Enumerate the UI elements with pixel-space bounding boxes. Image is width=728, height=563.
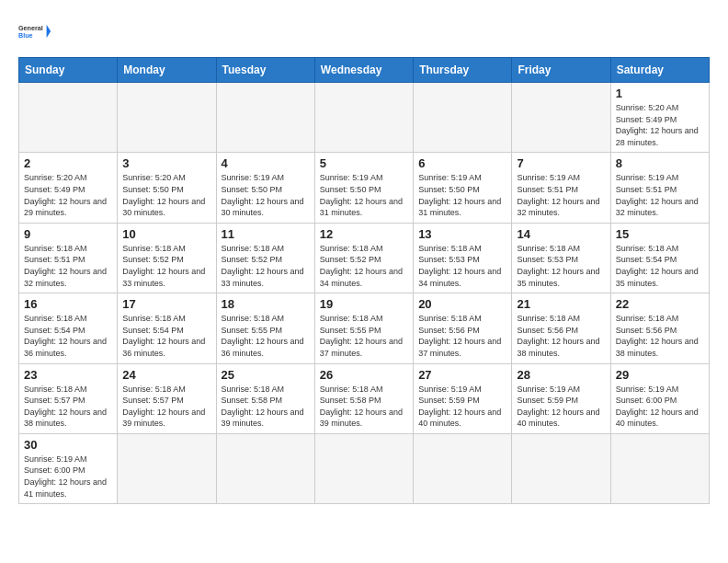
day-number: 8	[616, 156, 704, 170]
day-number: 18	[222, 297, 310, 311]
calendar-cell: 13Sunrise: 5:18 AMSunset: 5:53 PMDayligh…	[414, 223, 512, 293]
day-info: Sunrise: 5:18 AMSunset: 5:58 PMDaylight:…	[222, 384, 310, 430]
calendar-cell: 20Sunrise: 5:18 AMSunset: 5:56 PMDayligh…	[414, 293, 512, 363]
week-row-5: 23Sunrise: 5:18 AMSunset: 5:57 PMDayligh…	[19, 363, 710, 433]
day-info: Sunrise: 5:18 AMSunset: 5:54 PMDaylight:…	[24, 313, 112, 359]
week-row-4: 16Sunrise: 5:18 AMSunset: 5:54 PMDayligh…	[19, 293, 710, 363]
calendar-cell	[512, 433, 610, 503]
calendar-cell: 24Sunrise: 5:18 AMSunset: 5:57 PMDayligh…	[118, 363, 216, 433]
calendar-cell: 27Sunrise: 5:19 AMSunset: 5:59 PMDayligh…	[414, 363, 512, 433]
calendar-cell	[118, 433, 216, 503]
day-info: Sunrise: 5:19 AMSunset: 5:50 PMDaylight:…	[418, 172, 506, 218]
week-row-6: 30Sunrise: 5:19 AMSunset: 6:00 PMDayligh…	[19, 433, 710, 503]
calendar-cell	[216, 83, 314, 153]
day-number: 14	[517, 227, 605, 241]
day-info: Sunrise: 5:18 AMSunset: 5:56 PMDaylight:…	[517, 313, 605, 359]
day-number: 25	[222, 368, 310, 382]
calendar-cell: 1Sunrise: 5:20 AMSunset: 5:49 PMDaylight…	[610, 83, 709, 153]
day-number: 3	[122, 156, 210, 170]
day-number: 21	[517, 297, 605, 311]
calendar-cell	[118, 83, 216, 153]
day-number: 29	[616, 368, 704, 382]
day-info: Sunrise: 5:18 AMSunset: 5:51 PMDaylight:…	[24, 243, 112, 289]
day-info: Sunrise: 5:18 AMSunset: 5:53 PMDaylight:…	[517, 243, 605, 289]
day-info: Sunrise: 5:18 AMSunset: 5:52 PMDaylight:…	[122, 243, 210, 289]
day-number: 13	[418, 227, 506, 241]
weekday-header-row: SundayMondayTuesdayWednesdayThursdayFrid…	[19, 58, 710, 83]
calendar-table: SundayMondayTuesdayWednesdayThursdayFrid…	[18, 57, 710, 504]
day-info: Sunrise: 5:19 AMSunset: 5:50 PMDaylight:…	[222, 172, 310, 218]
day-info: Sunrise: 5:18 AMSunset: 5:53 PMDaylight:…	[418, 243, 506, 289]
day-info: Sunrise: 5:18 AMSunset: 5:57 PMDaylight:…	[24, 384, 112, 430]
day-info: Sunrise: 5:20 AMSunset: 5:49 PMDaylight:…	[24, 172, 112, 218]
calendar-cell: 5Sunrise: 5:19 AMSunset: 5:50 PMDaylight…	[314, 153, 413, 223]
day-number: 20	[418, 297, 506, 311]
calendar-cell: 4Sunrise: 5:19 AMSunset: 5:50 PMDaylight…	[216, 153, 314, 223]
day-number: 5	[320, 156, 408, 170]
logo-icon: GeneralBlue	[18, 15, 51, 48]
day-info: Sunrise: 5:18 AMSunset: 5:58 PMDaylight:…	[320, 384, 408, 430]
day-info: Sunrise: 5:19 AMSunset: 5:51 PMDaylight:…	[616, 172, 704, 218]
calendar-cell: 14Sunrise: 5:18 AMSunset: 5:53 PMDayligh…	[512, 223, 610, 293]
day-info: Sunrise: 5:19 AMSunset: 5:51 PMDaylight:…	[517, 172, 605, 218]
day-number: 11	[222, 227, 310, 241]
week-row-2: 2Sunrise: 5:20 AMSunset: 5:49 PMDaylight…	[19, 153, 710, 223]
calendar-cell: 26Sunrise: 5:18 AMSunset: 5:58 PMDayligh…	[314, 363, 413, 433]
calendar-cell: 6Sunrise: 5:19 AMSunset: 5:50 PMDaylight…	[414, 153, 512, 223]
day-number: 23	[24, 368, 112, 382]
day-info: Sunrise: 5:18 AMSunset: 5:56 PMDaylight:…	[616, 313, 704, 359]
week-row-1: 1Sunrise: 5:20 AMSunset: 5:49 PMDaylight…	[19, 83, 710, 153]
calendar-cell: 30Sunrise: 5:19 AMSunset: 6:00 PMDayligh…	[19, 433, 118, 503]
calendar-cell	[19, 83, 118, 153]
day-number: 10	[122, 227, 210, 241]
day-number: 28	[517, 368, 605, 382]
calendar-cell: 28Sunrise: 5:19 AMSunset: 5:59 PMDayligh…	[512, 363, 610, 433]
day-number: 30	[24, 438, 112, 452]
week-row-3: 9Sunrise: 5:18 AMSunset: 5:51 PMDaylight…	[19, 223, 710, 293]
weekday-header-saturday: Saturday	[610, 58, 709, 83]
weekday-header-sunday: Sunday	[19, 58, 118, 83]
calendar-cell: 17Sunrise: 5:18 AMSunset: 5:54 PMDayligh…	[118, 293, 216, 363]
day-info: Sunrise: 5:18 AMSunset: 5:56 PMDaylight:…	[418, 313, 506, 359]
day-number: 15	[616, 227, 704, 241]
day-info: Sunrise: 5:18 AMSunset: 5:55 PMDaylight:…	[222, 313, 310, 359]
calendar-cell	[414, 433, 512, 503]
calendar-cell: 11Sunrise: 5:18 AMSunset: 5:52 PMDayligh…	[216, 223, 314, 293]
calendar-cell	[216, 433, 314, 503]
svg-text:General: General	[18, 24, 43, 32]
day-number: 22	[616, 297, 704, 311]
page-header: GeneralBlue	[18, 15, 710, 48]
svg-marker-2	[47, 25, 51, 38]
calendar-cell: 25Sunrise: 5:18 AMSunset: 5:58 PMDayligh…	[216, 363, 314, 433]
calendar-cell: 19Sunrise: 5:18 AMSunset: 5:55 PMDayligh…	[314, 293, 413, 363]
day-number: 17	[122, 297, 210, 311]
weekday-header-thursday: Thursday	[414, 58, 512, 83]
day-info: Sunrise: 5:19 AMSunset: 5:59 PMDaylight:…	[517, 384, 605, 430]
calendar-cell: 16Sunrise: 5:18 AMSunset: 5:54 PMDayligh…	[19, 293, 118, 363]
day-info: Sunrise: 5:20 AMSunset: 5:50 PMDaylight:…	[122, 172, 210, 218]
day-number: 4	[222, 156, 310, 170]
calendar-cell	[414, 83, 512, 153]
weekday-header-wednesday: Wednesday	[314, 58, 413, 83]
day-info: Sunrise: 5:18 AMSunset: 5:54 PMDaylight:…	[616, 243, 704, 289]
day-info: Sunrise: 5:19 AMSunset: 6:00 PMDaylight:…	[24, 454, 112, 500]
calendar-cell: 15Sunrise: 5:18 AMSunset: 5:54 PMDayligh…	[610, 223, 709, 293]
calendar-cell	[314, 83, 413, 153]
logo: GeneralBlue	[18, 15, 51, 48]
calendar-cell: 23Sunrise: 5:18 AMSunset: 5:57 PMDayligh…	[19, 363, 118, 433]
day-number: 26	[320, 368, 408, 382]
calendar-cell	[512, 83, 610, 153]
day-info: Sunrise: 5:18 AMSunset: 5:55 PMDaylight:…	[320, 313, 408, 359]
calendar-cell: 9Sunrise: 5:18 AMSunset: 5:51 PMDaylight…	[19, 223, 118, 293]
calendar-cell: 2Sunrise: 5:20 AMSunset: 5:49 PMDaylight…	[19, 153, 118, 223]
day-info: Sunrise: 5:18 AMSunset: 5:52 PMDaylight:…	[320, 243, 408, 289]
calendar-cell: 22Sunrise: 5:18 AMSunset: 5:56 PMDayligh…	[610, 293, 709, 363]
day-number: 2	[24, 156, 112, 170]
calendar-cell: 10Sunrise: 5:18 AMSunset: 5:52 PMDayligh…	[118, 223, 216, 293]
calendar-cell	[610, 433, 709, 503]
calendar-cell: 12Sunrise: 5:18 AMSunset: 5:52 PMDayligh…	[314, 223, 413, 293]
day-info: Sunrise: 5:18 AMSunset: 5:54 PMDaylight:…	[122, 313, 210, 359]
day-number: 24	[122, 368, 210, 382]
weekday-header-friday: Friday	[512, 58, 610, 83]
day-info: Sunrise: 5:19 AMSunset: 5:50 PMDaylight:…	[320, 172, 408, 218]
